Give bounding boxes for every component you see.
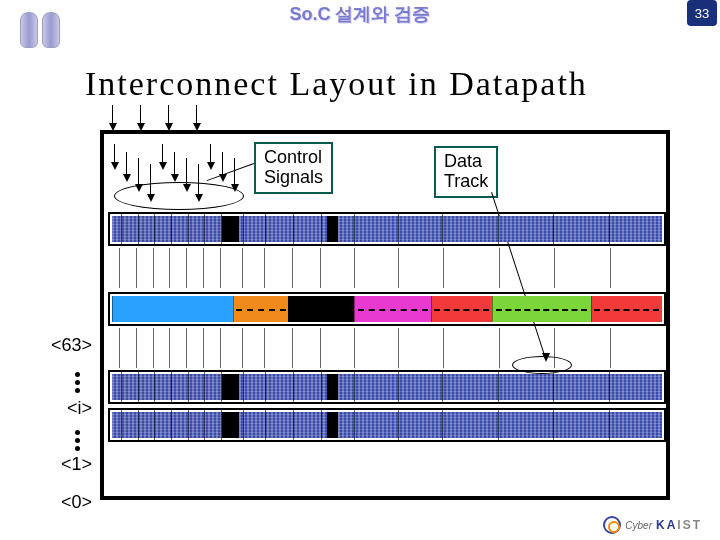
vertical-dots-icon bbox=[75, 430, 80, 451]
bit-label-1: <1> bbox=[42, 454, 92, 475]
track-spacer bbox=[108, 328, 666, 368]
bit-row-0 bbox=[108, 408, 666, 442]
bit-row-1 bbox=[108, 370, 666, 404]
track-spacer bbox=[108, 248, 666, 288]
bit-label-63: <63> bbox=[42, 335, 92, 356]
data-track-label: Data Track bbox=[434, 146, 498, 198]
vertical-tracks bbox=[110, 214, 664, 244]
slide-title: Interconnect Layout in Datapath bbox=[85, 65, 588, 103]
logo-icon bbox=[603, 516, 621, 534]
logo-kaist-text: KAIST bbox=[656, 518, 702, 532]
vertical-dots-icon bbox=[75, 372, 80, 393]
bit-row-63 bbox=[108, 212, 666, 246]
bit-label-0: <0> bbox=[42, 492, 92, 513]
control-signals-label: Control Signals bbox=[254, 142, 333, 194]
decorative-tabs bbox=[20, 12, 60, 48]
course-title: So.C 설계와 검증 bbox=[289, 2, 430, 26]
logo-cyber-text: Cyber bbox=[625, 520, 652, 531]
diagram-frame: Control Signals Data Track bbox=[100, 130, 670, 500]
bit-row-i bbox=[108, 292, 666, 326]
page-number-badge: 33 bbox=[687, 0, 717, 26]
footer-logo: Cyber KAIST bbox=[603, 516, 702, 534]
bit-label-i: <i> bbox=[42, 398, 92, 419]
